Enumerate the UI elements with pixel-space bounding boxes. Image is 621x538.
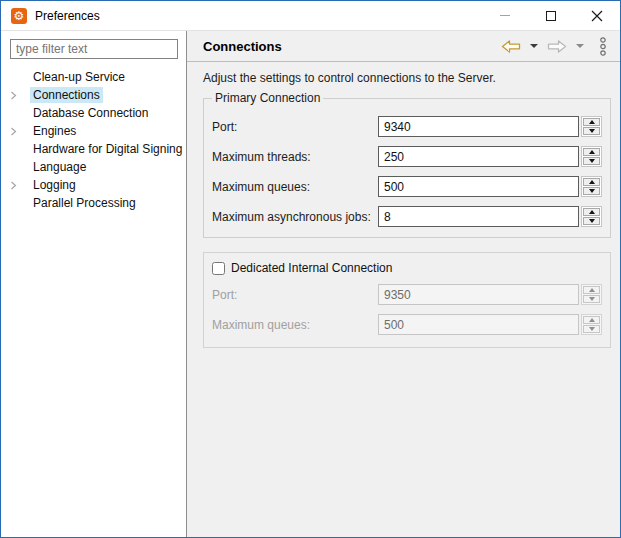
spinner-buttons	[581, 176, 602, 197]
maximize-icon	[546, 11, 556, 21]
spinner-buttons	[581, 284, 602, 305]
field-label: Port:	[212, 120, 378, 134]
chevron-right-icon[interactable]	[9, 181, 18, 190]
forward-menu-button[interactable]	[572, 43, 588, 49]
maximize-button[interactable]	[528, 1, 574, 31]
field-label: Maximum threads:	[212, 150, 378, 164]
filter-input[interactable]	[10, 39, 178, 59]
triangle-down-icon	[589, 219, 595, 223]
sidebar-item-database-connection[interactable]: Database Connection	[1, 104, 186, 122]
sidebar-item-hardware-for-digital-signing[interactable]: Hardware for Digital Signing	[1, 140, 186, 158]
spinner-value-input[interactable]	[378, 146, 579, 167]
chevron-right-icon[interactable]	[9, 127, 18, 136]
field-label: Maximum queues:	[212, 318, 378, 332]
triangle-down-icon	[589, 327, 595, 331]
forward-arrow-icon	[547, 40, 567, 53]
field-row: Maximum asynchronous jobs:	[212, 206, 602, 227]
preferences-sidebar: Clean-up ServiceConnectionsDatabase Conn…	[1, 31, 187, 537]
field-row: Maximum queues:	[212, 176, 602, 197]
spinner-up-button[interactable]	[583, 118, 600, 126]
spinner-value-input	[378, 314, 579, 335]
spinner-value-input	[378, 284, 579, 305]
preferences-dialog: ⚙ Preferences Clean-up ServiceConnection…	[0, 0, 621, 538]
back-menu-button[interactable]	[526, 43, 542, 49]
spinner-down-button[interactable]	[583, 217, 600, 225]
primary-connection-group: Primary Connection Port:Maximum threads:…	[203, 91, 611, 238]
sidebar-item-label: Database Connection	[30, 105, 151, 121]
page-description: Adjust the settings to control connectio…	[187, 62, 620, 88]
spinner-buttons	[581, 116, 602, 137]
field-row: Port:	[212, 284, 602, 305]
spinner-value-input[interactable]	[378, 116, 579, 137]
spinner-up-button	[583, 316, 600, 324]
triangle-up-icon	[589, 150, 595, 154]
triangle-down-icon	[589, 129, 595, 133]
spinner-buttons	[581, 314, 602, 335]
sidebar-item-connections[interactable]: Connections	[1, 86, 186, 104]
field-label: Maximum asynchronous jobs:	[212, 210, 378, 224]
spinner-value-input[interactable]	[378, 176, 579, 197]
sidebar-item-label: Clean-up Service	[30, 69, 128, 85]
content-header: Connections	[187, 31, 620, 62]
triangle-up-icon	[589, 318, 595, 322]
spinner-value-input[interactable]	[378, 206, 579, 227]
back-button[interactable]	[500, 39, 522, 54]
close-button[interactable]	[574, 1, 620, 31]
sidebar-item-parallel-processing[interactable]: Parallel Processing	[1, 194, 186, 212]
view-menu-icon	[599, 37, 607, 56]
field-row: Maximum queues:	[212, 314, 602, 335]
sidebar-item-label: Engines	[30, 123, 79, 139]
dedicated-connection-group: Dedicated Internal Connection Port:Maxim…	[203, 252, 611, 348]
field-label: Maximum queues:	[212, 180, 378, 194]
dedicated-connection-checkbox[interactable]	[212, 262, 225, 275]
field-label: Port:	[212, 288, 378, 302]
triangle-up-icon	[589, 180, 595, 184]
field-row: Maximum threads:	[212, 146, 602, 167]
spinner-down-button[interactable]	[583, 187, 600, 195]
spinner-down-button[interactable]	[583, 127, 600, 135]
spinner-buttons	[581, 146, 602, 167]
sidebar-item-label: Hardware for Digital Signing	[30, 141, 185, 157]
spinner-up-button[interactable]	[583, 208, 600, 216]
sidebar-item-clean-up-service[interactable]: Clean-up Service	[1, 68, 186, 86]
spinner-up-button[interactable]	[583, 148, 600, 156]
spinner-buttons	[581, 206, 602, 227]
spinner-up-button[interactable]	[583, 178, 600, 186]
triangle-up-icon	[589, 288, 595, 292]
window-title: Preferences	[35, 9, 482, 23]
spinner-down-button[interactable]	[583, 157, 600, 165]
minimize-button[interactable]	[482, 1, 528, 31]
sidebar-item-label: Connections	[30, 87, 103, 103]
triangle-up-icon	[589, 120, 595, 124]
minimize-icon	[500, 15, 510, 16]
triangle-down-icon	[589, 189, 595, 193]
chevron-down-icon	[576, 44, 584, 48]
primary-connection-legend: Primary Connection	[212, 91, 323, 105]
spinner-up-button	[583, 286, 600, 294]
chevron-right-icon[interactable]	[9, 91, 18, 100]
close-icon	[591, 10, 603, 22]
sidebar-item-engines[interactable]: Engines	[1, 122, 186, 140]
spinner-down-button	[583, 325, 600, 333]
sidebar-item-label: Logging	[30, 177, 79, 193]
page-title: Connections	[203, 39, 500, 54]
triangle-down-icon	[589, 297, 595, 301]
sidebar-item-logging[interactable]: Logging	[1, 176, 186, 194]
triangle-down-icon	[589, 159, 595, 163]
history-nav	[500, 36, 608, 57]
back-arrow-icon	[501, 40, 521, 53]
dedicated-connection-label[interactable]: Dedicated Internal Connection	[231, 261, 392, 275]
sidebar-item-language[interactable]: Language	[1, 158, 186, 176]
chevron-down-icon	[530, 44, 538, 48]
sidebar-item-label: Parallel Processing	[30, 195, 139, 211]
window-controls	[482, 1, 620, 31]
triangle-up-icon	[589, 210, 595, 214]
sidebar-item-label: Language	[30, 159, 89, 175]
content-panel: Connections	[187, 31, 620, 537]
forward-button[interactable]	[546, 39, 568, 54]
spinner-down-button	[583, 295, 600, 303]
preferences-tree: Clean-up ServiceConnectionsDatabase Conn…	[1, 68, 186, 212]
title-bar: ⚙ Preferences	[1, 1, 620, 31]
field-row: Port:	[212, 116, 602, 137]
view-menu-button[interactable]	[598, 36, 608, 57]
